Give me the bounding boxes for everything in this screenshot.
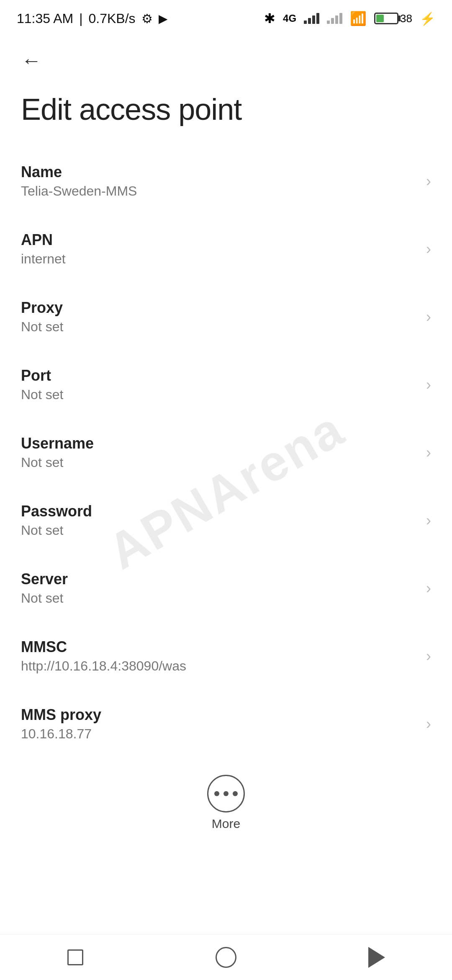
more-button-container: More — [0, 758, 452, 843]
back-button[interactable]: ← — [17, 46, 46, 75]
triangle-icon — [368, 947, 385, 968]
settings-item-content-password: Password Not set — [21, 503, 426, 538]
chevron-icon-name: › — [426, 173, 431, 190]
network-4g-icon: 4G — [283, 13, 296, 24]
status-bar-left: 11:35 AM | 0.7KB/s ⚙ ▶ — [17, 11, 168, 26]
chevron-icon-server: › — [426, 580, 431, 597]
status-bar: 11:35 AM | 0.7KB/s ⚙ ▶ ✱ 4G 📶 38 ⚡ — [0, 0, 452, 34]
bottom-nav — [0, 934, 452, 980]
settings-value-port: Not set — [21, 387, 426, 402]
nav-home-button[interactable] — [201, 941, 251, 974]
battery-percentage: 38 — [400, 12, 412, 25]
battery-indicator: 38 — [374, 12, 412, 25]
settings-item-content-port: Port Not set — [21, 367, 426, 402]
settings-label-password: Password — [21, 503, 426, 520]
settings-item-apn[interactable]: APN internet › — [0, 215, 452, 283]
chevron-icon-proxy: › — [426, 308, 431, 326]
wifi-icon: 📶 — [350, 10, 367, 26]
chevron-icon-mmsc: › — [426, 647, 431, 665]
more-dot-1 — [214, 791, 219, 796]
settings-label-server: Server — [21, 570, 426, 588]
time-display: 11:35 AM — [17, 11, 73, 26]
settings-value-mmsc: http://10.16.18.4:38090/was — [21, 658, 426, 674]
settings-item-password[interactable]: Password Not set › — [0, 487, 452, 554]
settings-label-port: Port — [21, 367, 426, 384]
settings-value-server: Not set — [21, 591, 426, 606]
settings-item-content-server: Server Not set — [21, 570, 426, 606]
settings-label-apn: APN — [21, 231, 426, 249]
settings-item-mmsc[interactable]: MMSC http://10.16.18.4:38090/was › — [0, 622, 452, 690]
chevron-icon-apn: › — [426, 240, 431, 258]
settings-item-content-mms-proxy: MMS proxy 10.16.18.77 — [21, 706, 426, 742]
more-button[interactable]: More — [207, 775, 245, 831]
back-arrow-icon: ← — [21, 51, 41, 71]
nav-back-button[interactable] — [352, 941, 402, 974]
more-label: More — [212, 817, 240, 831]
settings-icon: ⚙ — [141, 11, 153, 26]
circle-icon — [216, 947, 236, 968]
page-title: Edit access point — [0, 84, 452, 147]
settings-label-username: Username — [21, 435, 426, 452]
chevron-icon-mms-proxy: › — [426, 715, 431, 733]
bluetooth-icon: ✱ — [264, 10, 275, 26]
settings-item-content-username: Username Not set — [21, 435, 426, 470]
video-icon: ▶ — [159, 12, 168, 26]
status-bar-right: ✱ 4G 📶 38 ⚡ — [264, 10, 435, 26]
more-dot-3 — [233, 791, 238, 796]
signal-bars-2 — [327, 13, 342, 24]
charging-icon: ⚡ — [420, 11, 435, 26]
settings-item-content-apn: APN internet — [21, 231, 426, 267]
settings-list: Name Telia-Sweden-MMS › APN internet › P… — [0, 147, 452, 758]
settings-item-mms-proxy[interactable]: MMS proxy 10.16.18.77 › — [0, 690, 452, 758]
more-button-circle — [207, 775, 245, 812]
chevron-icon-port: › — [426, 376, 431, 394]
settings-value-name: Telia-Sweden-MMS — [21, 183, 426, 199]
more-dots — [214, 791, 238, 796]
settings-value-password: Not set — [21, 523, 426, 538]
settings-label-name: Name — [21, 163, 426, 181]
chevron-icon-password: › — [426, 512, 431, 529]
settings-label-mmsc: MMSC — [21, 638, 426, 656]
signal-bars-1 — [304, 13, 319, 24]
settings-item-content-name: Name Telia-Sweden-MMS — [21, 163, 426, 199]
more-dot-2 — [223, 791, 229, 796]
settings-value-username: Not set — [21, 455, 426, 470]
square-icon — [67, 949, 83, 965]
settings-label-proxy: Proxy — [21, 299, 426, 317]
settings-item-name[interactable]: Name Telia-Sweden-MMS › — [0, 147, 452, 215]
separator: | — [79, 11, 82, 26]
network-speed: 0.7KB/s — [89, 11, 136, 26]
nav-recent-apps-button[interactable] — [50, 941, 100, 974]
settings-value-proxy: Not set — [21, 319, 426, 335]
settings-item-proxy[interactable]: Proxy Not set › — [0, 283, 452, 351]
settings-label-mms-proxy: MMS proxy — [21, 706, 426, 724]
settings-item-port[interactable]: Port Not set › — [0, 351, 452, 419]
settings-item-username[interactable]: Username Not set › — [0, 419, 452, 487]
settings-item-content-proxy: Proxy Not set — [21, 299, 426, 335]
settings-item-server[interactable]: Server Not set › — [0, 554, 452, 622]
settings-item-content-mmsc: MMSC http://10.16.18.4:38090/was — [21, 638, 426, 674]
top-nav: ← — [0, 34, 452, 84]
chevron-icon-username: › — [426, 444, 431, 462]
settings-value-apn: internet — [21, 251, 426, 267]
settings-value-mms-proxy: 10.16.18.77 — [21, 726, 426, 742]
